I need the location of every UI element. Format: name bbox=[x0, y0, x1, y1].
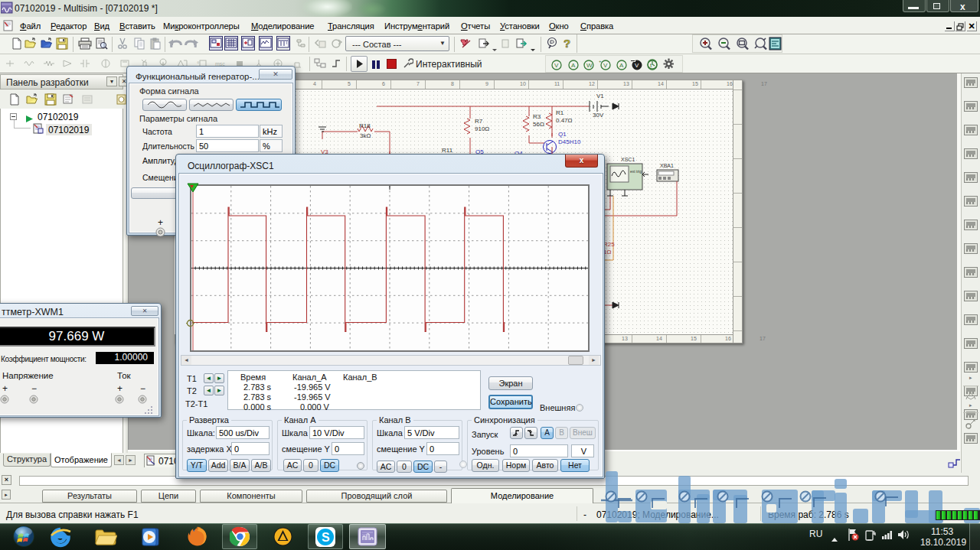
svg-text:ext trig: ext trig bbox=[630, 169, 642, 174]
svg-text:R25: R25 bbox=[603, 241, 615, 248]
svg-text:V: V bbox=[554, 62, 559, 69]
svg-text:A: A bbox=[571, 62, 576, 69]
svg-text:R3: R3 bbox=[533, 113, 541, 120]
svg-text:0.47Ω: 0.47Ω bbox=[556, 117, 573, 124]
svg-text:3kΩ: 3kΩ bbox=[360, 132, 371, 139]
svg-text:XBA1: XBA1 bbox=[660, 163, 674, 168]
svg-text:?: ? bbox=[564, 37, 570, 50]
svg-text:R1: R1 bbox=[556, 109, 564, 116]
svg-text:V: V bbox=[603, 62, 608, 69]
svg-text:S: S bbox=[322, 531, 330, 544]
svg-text:D45H10: D45H10 bbox=[558, 138, 581, 145]
svg-text:V: V bbox=[635, 62, 639, 69]
svg-text:V1: V1 bbox=[596, 93, 604, 99]
svg-text:XSC1: XSC1 bbox=[621, 157, 635, 162]
svg-text:W: W bbox=[586, 62, 593, 69]
svg-text:30V: 30V bbox=[593, 112, 604, 119]
svg-text:910Ω: 910Ω bbox=[475, 125, 489, 132]
svg-text:56Ω: 56Ω bbox=[533, 121, 544, 128]
svg-text:Q1: Q1 bbox=[558, 131, 567, 138]
svg-text:R18: R18 bbox=[359, 122, 371, 129]
svg-text:R7: R7 bbox=[475, 118, 483, 125]
svg-text:R11: R11 bbox=[442, 147, 453, 154]
svg-text:A: A bbox=[619, 62, 624, 69]
